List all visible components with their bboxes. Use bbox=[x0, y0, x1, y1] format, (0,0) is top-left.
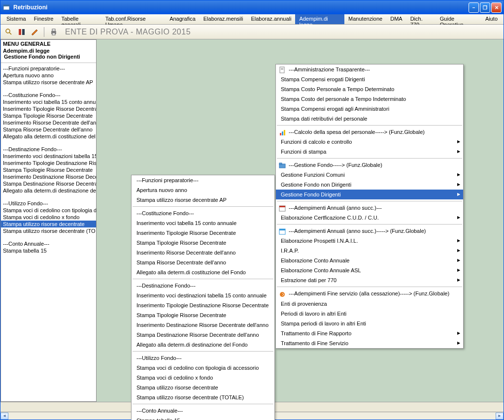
sidebar-item[interactable]: Stampa Tipologie Risorse Decentrate bbox=[1, 166, 96, 173]
sidebar-item[interactable]: Stampa voci di cedolino con tipologia d bbox=[1, 207, 96, 214]
context-menu-item[interactable]: Inserimento Risorse Decentrate dell'anno bbox=[132, 248, 274, 258]
dropdown-menu-item[interactable]: Gestione Funzioni Comuni bbox=[276, 170, 463, 180]
sidebar-item[interactable]: Inserimento Risorse Decentrate dell'an bbox=[1, 119, 96, 126]
menu-adempim-di-legge[interactable]: Adempim.di legge bbox=[295, 14, 344, 24]
sidebar-item[interactable]: Stampa utilizzo risorse decentrate (TO bbox=[1, 227, 96, 234]
dropdown-menu-item[interactable]: Stampa Compensi erogati Dirigenti bbox=[276, 74, 463, 84]
dropdown-menu-item[interactable]: ---Calcolo della spesa del personale----… bbox=[276, 127, 463, 137]
context-menu-item[interactable]: Inserimento voci tabella 15 conto annual… bbox=[132, 218, 274, 228]
context-menu-item[interactable]: Stampa utilizzo risorse decentrate bbox=[132, 383, 274, 392]
sidebar-item[interactable]: Inserimento Tipologie Destinazione Ris bbox=[1, 160, 96, 166]
dropdown-menu-item[interactable]: Elaborazione Certficazione C.U.D. / C.U. bbox=[276, 213, 463, 223]
sidebar-item[interactable]: Inserimento Tipologie Risorse Decentra bbox=[1, 105, 96, 112]
dropdown-menu-item[interactable]: Trattamento di Fine Rapporto bbox=[276, 328, 463, 338]
dropdown-menu-item[interactable]: ---Gestione Fondo-----> (Funz.Globale) bbox=[276, 160, 463, 170]
context-menu-item[interactable]: Allegato alla determ.di costituzione del… bbox=[132, 267, 274, 277]
menu-dma[interactable]: DMA bbox=[386, 14, 406, 24]
context-menu-item[interactable]: Stampa Tipologie Risorse Decentrate bbox=[132, 310, 274, 320]
scroll-right-button[interactable]: ► bbox=[496, 413, 504, 420]
dropdown-menu-item[interactable]: ---Adempimenti Fine servizio (alla cessa… bbox=[276, 289, 463, 298]
sidebar-item[interactable]: Stampa utilizzo risorse decentrate bbox=[1, 221, 96, 227]
menu-guide-operative[interactable]: Guide Operative bbox=[436, 14, 481, 24]
sidebar-item[interactable]: ---Destinazione Fondo--- bbox=[1, 146, 96, 153]
dropdown-menu-item[interactable]: Trattamento di Fine Servizio bbox=[276, 338, 463, 348]
context-menu-item[interactable]: Stampa voci di cedolino x fondo bbox=[132, 373, 274, 383]
sidebar-item[interactable]: Stampa tabella 15 bbox=[1, 247, 96, 254]
dropdown-menu-item[interactable]: ---Amministrazione Trasparente--- bbox=[276, 65, 463, 74]
sidebar-item[interactable]: Apertura nuovo anno bbox=[1, 72, 96, 79]
menu-aiuto[interactable]: Aiuto bbox=[481, 14, 502, 24]
menu-tabelle-generali[interactable]: Tabelle generali bbox=[58, 14, 101, 24]
menu-tab-conf-risorse-umane[interactable]: Tab.conf.Risorse Umane bbox=[101, 14, 166, 24]
dropdown-menu-item[interactable]: Stampa Costo Personale a Tempo Determina… bbox=[276, 84, 463, 94]
context-menu-item[interactable]: ---Costituzione Fondo--- bbox=[132, 208, 274, 218]
scroll-left-button[interactable]: ◄ bbox=[0, 413, 8, 420]
context-menu-item[interactable]: Stampa Destinazione Risorse Decentrate d… bbox=[132, 330, 274, 340]
context-menu-item[interactable]: Stampa voci di cedolino con tipologia di… bbox=[132, 363, 274, 373]
menu-sistema[interactable]: Sistema bbox=[2, 14, 30, 24]
context-menu-item[interactable]: Inserimento Tipologie Risorse Decentrate bbox=[132, 228, 274, 238]
sidebar-item[interactable]: ---Utilizzo Fondo--- bbox=[1, 200, 96, 207]
context-menu-item[interactable]: Allegato alla determ.di destinazione del… bbox=[132, 340, 274, 350]
menu-item-label: Estrazione dati per 770 bbox=[281, 277, 336, 283]
sidebar-item[interactable]: Allegato alla determ.di destinazione de bbox=[1, 187, 96, 194]
dropdown-menu-item[interactable]: Stampa periodi di lavoro in altri Enti bbox=[276, 319, 463, 328]
minimize-button[interactable]: – bbox=[469, 2, 479, 13]
menu-finestre[interactable]: Finestre bbox=[30, 14, 58, 24]
sidebar-item[interactable]: Stampa Tipologie Risorse Decentrate bbox=[1, 112, 96, 119]
search-icon[interactable] bbox=[3, 27, 14, 37]
print-icon[interactable] bbox=[48, 27, 59, 37]
maximize-button[interactable]: ❐ bbox=[480, 2, 490, 13]
dropdown-menu-item[interactable]: I.R.A.P. bbox=[276, 246, 463, 256]
context-menu-item[interactable]: ---Destinazione Fondo--- bbox=[132, 281, 274, 291]
dropdown-menu-item[interactable]: Stampa Compensi erogati agli Amministrat… bbox=[276, 104, 463, 114]
menu-manutenzione[interactable]: Manutenzione bbox=[344, 14, 386, 24]
sidebar-item[interactable]: Inserimento Destinazione Risorse Dece bbox=[1, 173, 96, 180]
close-button[interactable]: ✕ bbox=[491, 2, 502, 13]
menu-elaboraz-annuali[interactable]: Elaboraz.annuali bbox=[247, 14, 295, 24]
dropdown-menu-item[interactable]: Elaborazione Conto Annuale bbox=[276, 256, 463, 265]
sidebar-item[interactable]: Stampa voci di cedolino x fondo bbox=[1, 214, 96, 221]
context-menu-item[interactable]: Inserimento Destinazione Risorse Decentr… bbox=[132, 320, 274, 330]
menu-elaboraz-mensili[interactable]: Elaboraz.mensili bbox=[200, 14, 247, 24]
context-menu-item[interactable]: Stampa utilizzo risorse decentrate (TOTA… bbox=[132, 392, 274, 402]
dropdown-menu-item[interactable]: Stampa Costo del personale a Tempo Indet… bbox=[276, 94, 463, 104]
context-menu-item[interactable]: Inserimento voci destinazioni tabella 15… bbox=[132, 291, 274, 300]
context-menu-item[interactable]: ---Utilizzo Fondo--- bbox=[132, 353, 274, 363]
context-menu-item[interactable]: ---Funzioni preparatorie--- bbox=[132, 175, 274, 185]
sidebar-item[interactable]: ---Conto Annuale--- bbox=[1, 240, 96, 247]
menu-dich-770[interactable]: Dich. 770 bbox=[406, 14, 436, 24]
dropdown-menu-item[interactable]: Elaborazione Conto Annuale ASL bbox=[276, 265, 463, 275]
dropdown-menu-item[interactable]: Estrazione dati per 770 bbox=[276, 275, 463, 285]
dropdown-menu-item[interactable]: Elaborazione Prospetti I.N.A.I.L. bbox=[276, 236, 463, 246]
context-menu-item[interactable]: Stampa tabella 15 bbox=[132, 416, 274, 420]
edit-icon[interactable] bbox=[29, 27, 40, 37]
dropdown-menu-item[interactable]: Periodi di lavoro in altri Enti bbox=[276, 309, 463, 319]
context-menu-item[interactable]: ---Conto Annuale--- bbox=[132, 406, 274, 416]
sidebar-item[interactable]: Stampa Destinazione Risorse Decentra bbox=[1, 180, 96, 187]
dropdown-menu-item[interactable]: ---Adempimenti Annuali (anno succ.)--- bbox=[276, 203, 463, 213]
svg-rect-7 bbox=[52, 29, 55, 31]
context-menu-item[interactable]: Inserimento Tipologie Destinazione Risor… bbox=[132, 300, 274, 310]
context-menu-item[interactable]: Stampa Tipologie Risorse Decentrate bbox=[132, 238, 274, 248]
sidebar-item[interactable]: ---Funzioni preparatorie--- bbox=[1, 65, 96, 72]
dropdown-menu-item[interactable]: Enti di provenienza bbox=[276, 299, 463, 309]
sidebar-item[interactable]: Stampa utilizzo risorse decentrate AP bbox=[1, 79, 96, 86]
menu-anagrafica[interactable]: Anagrafica bbox=[166, 14, 200, 24]
sidebar-item[interactable]: Stampa Risorse Decentrate dell'anno bbox=[1, 126, 96, 133]
tool-icon-1[interactable] bbox=[16, 27, 27, 37]
menu-item-label: Stampa Compensi erogati agli Amministrat… bbox=[281, 106, 389, 112]
dropdown-menu-item[interactable]: ---Adempimenti Annuali (anno succ.)-----… bbox=[276, 226, 463, 236]
sidebar-item[interactable]: ---Costituzione Fondo--- bbox=[1, 92, 96, 98]
dropdown-menu-item[interactable]: Funzioni di stampa bbox=[276, 147, 463, 157]
context-menu-item[interactable]: Apertura nuovo anno bbox=[132, 185, 274, 195]
context-menu-item[interactable]: Stampa utilizzo risorse decentrate AP bbox=[132, 195, 274, 205]
dropdown-menu-item[interactable]: Funzioni di calcolo e controllo bbox=[276, 137, 463, 147]
dropdown-menu-item[interactable]: Gestione Fondo Dirigenti bbox=[276, 190, 463, 199]
context-menu-item[interactable]: Stampa Risorse Decentrate dell'anno bbox=[132, 258, 274, 267]
sidebar-item[interactable]: Inserimento voci tabella 15 conto annu bbox=[1, 98, 96, 105]
dropdown-menu-item[interactable]: Stampa dati retributivi del personale bbox=[276, 114, 463, 124]
dropdown-menu-item[interactable]: Gestione Fondo non Dirigenti bbox=[276, 180, 463, 190]
sidebar-item[interactable]: Allegato alla determ.di costituzione del bbox=[1, 133, 96, 140]
sidebar-item[interactable]: Inserimento voci destinazioni tabella 15 bbox=[1, 153, 96, 160]
